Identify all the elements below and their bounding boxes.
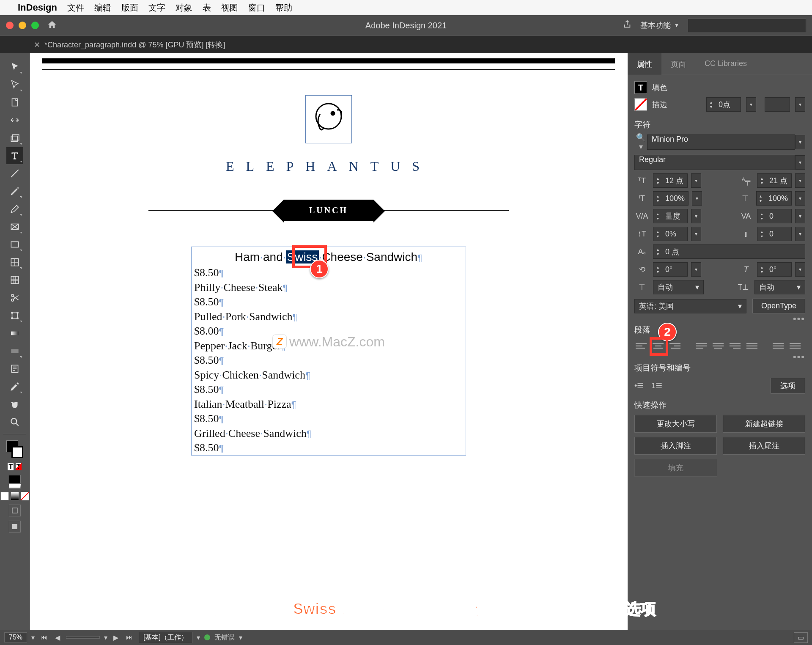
paragraph-style-select[interactable]: [基本]（工作）: [139, 632, 192, 643]
grid-tool-2[interactable]: [6, 272, 23, 288]
fill-button[interactable]: 填充: [634, 459, 717, 477]
rotation-input[interactable]: ▴▾0°: [653, 262, 688, 277]
stroke-weight-dropdown[interactable]: ▾: [746, 97, 756, 112]
tracking-dropdown[interactable]: ▾: [795, 209, 805, 223]
change-case-button[interactable]: 更改大小写: [634, 415, 717, 433]
baseline-input[interactable]: ▴▾0 点: [653, 244, 805, 259]
apply-gradient[interactable]: [11, 492, 19, 500]
stroke-weight-input[interactable]: ▴▾0点: [706, 97, 741, 112]
aki-input[interactable]: ▴▾0: [757, 227, 792, 241]
insert-footnote-button[interactable]: 插入脚注: [634, 437, 717, 455]
pen-tool[interactable]: [6, 183, 23, 200]
view-mode-preview[interactable]: [9, 521, 21, 532]
pencil-tool[interactable]: [6, 200, 23, 217]
align-left-button[interactable]: [634, 340, 648, 351]
align-toward-spine-button[interactable]: [771, 340, 785, 351]
skew-dropdown[interactable]: ▾: [795, 262, 805, 277]
fill-stroke-swatch[interactable]: [9, 440, 21, 464]
font-size-input[interactable]: ▴▾12 点: [653, 173, 688, 188]
first-page-button[interactable]: ⏮: [39, 634, 49, 641]
font-style-dropdown[interactable]: ▾: [795, 155, 805, 170]
language-select[interactable]: 英语: 美国▾: [634, 299, 746, 313]
tab-pages[interactable]: 页面: [661, 53, 695, 75]
menu-table[interactable]: 表: [203, 2, 211, 14]
menu-layout[interactable]: 版面: [121, 2, 138, 14]
help-search-input[interactable]: [688, 19, 806, 32]
zoom-level-select[interactable]: 75%: [4, 632, 27, 642]
bullet-list-button[interactable]: •☰: [634, 381, 644, 390]
rotation-dropdown[interactable]: ▾: [691, 262, 701, 277]
font-search-icon[interactable]: 🔍▾: [634, 133, 647, 151]
app-name[interactable]: InDesign: [18, 2, 57, 13]
align-right-button[interactable]: [668, 340, 682, 351]
next-page-button[interactable]: ▶: [112, 634, 120, 642]
autoh-select[interactable]: 自动▾: [653, 280, 704, 294]
grid-tool[interactable]: [6, 254, 23, 271]
vscale-input[interactable]: ▴▾100%: [653, 191, 689, 206]
scissors-tool[interactable]: [6, 289, 23, 306]
formatting-affects[interactable]: T T: [6, 463, 23, 471]
stroke-swatch[interactable]: [634, 98, 647, 111]
text-frame[interactable]: Ham·and·Swiss·Cheese·Sandwich¶ 1 $8.50¶P…: [191, 247, 466, 456]
document-tab[interactable]: *Character_paragraph.indd @ 75% [GPU 预览]…: [44, 40, 225, 50]
paragraph-more-icon[interactable]: •••: [793, 351, 805, 362]
rectangle-tool[interactable]: [6, 236, 23, 253]
prev-page-button[interactable]: ◀: [53, 634, 62, 642]
applied-swatches[interactable]: [9, 475, 21, 489]
last-page-button[interactable]: ⏭: [124, 634, 134, 641]
apply-none[interactable]: [21, 492, 29, 500]
workspace-switcher[interactable]: 基本功能 ▼: [640, 20, 679, 30]
eyedropper-tool[interactable]: [6, 378, 23, 395]
free-transform-tool[interactable]: [6, 307, 23, 324]
number-list-button[interactable]: 1☰: [651, 381, 662, 390]
justify-right-button[interactable]: [728, 340, 742, 351]
share-icon[interactable]: [623, 19, 632, 31]
kerning-dropdown[interactable]: ▾: [691, 209, 701, 223]
menu-file[interactable]: 文件: [67, 2, 84, 14]
selection-tool[interactable]: [6, 58, 23, 75]
kerning-input[interactable]: ▴▾量度: [653, 209, 688, 223]
justify-left-button[interactable]: [694, 340, 708, 351]
character-more-icon[interactable]: •••: [793, 313, 805, 324]
view-mode-normal[interactable]: [9, 505, 21, 516]
rectangle-frame-tool[interactable]: [6, 218, 23, 235]
hscale-input[interactable]: ▴▾100%: [756, 191, 792, 206]
line-tool[interactable]: [6, 165, 23, 182]
menu-window[interactable]: 窗口: [248, 2, 265, 14]
vscale-dropdown[interactable]: ▾: [692, 191, 702, 206]
leading-dropdown[interactable]: ▾: [795, 173, 805, 188]
page-tool[interactable]: [6, 94, 23, 111]
new-hyperlink-button[interactable]: 新建超链接: [723, 415, 805, 433]
insert-endnote-button[interactable]: 插入尾注: [723, 437, 805, 455]
aki-dropdown[interactable]: ▾: [795, 227, 805, 241]
gradient-swatch-tool[interactable]: [6, 325, 23, 342]
maximize-window-button[interactable]: [31, 22, 39, 29]
view-icon[interactable]: ▭: [794, 632, 808, 643]
stroke-style-dropdown[interactable]: [765, 97, 790, 112]
direct-selection-tool[interactable]: [6, 76, 23, 93]
type-tool[interactable]: [6, 147, 23, 164]
tab-properties[interactable]: 属性: [628, 53, 661, 75]
autov-select[interactable]: 自动▾: [754, 280, 805, 294]
content-collector-tool[interactable]: [6, 129, 23, 146]
fill-swatch[interactable]: T: [634, 81, 647, 94]
font-size-dropdown[interactable]: ▾: [691, 173, 701, 188]
menu-object[interactable]: 对象: [176, 2, 192, 14]
justify-center-button[interactable]: [711, 340, 725, 351]
justify-all-button[interactable]: [745, 340, 759, 351]
close-tab-icon[interactable]: ✕: [34, 40, 40, 49]
hand-tool[interactable]: [6, 396, 23, 413]
minimize-window-button[interactable]: [19, 22, 26, 29]
gradient-feather-tool[interactable]: [6, 343, 23, 360]
zoom-tool[interactable]: [6, 414, 23, 431]
tracking-input[interactable]: ▴▾0: [757, 209, 792, 223]
page-select[interactable]: [66, 636, 100, 639]
close-window-button[interactable]: [6, 22, 14, 29]
menu-view[interactable]: 视图: [221, 2, 238, 14]
document-canvas[interactable]: ELEPHANTUS LUNCH Ham·and·Swiss·Cheese·Sa…: [30, 53, 628, 630]
opentype-button[interactable]: OpenType: [752, 299, 805, 313]
tsume-dropdown[interactable]: ▾: [691, 227, 701, 241]
stroke-style-chevron[interactable]: ▾: [795, 97, 805, 112]
align-away-spine-button[interactable]: [788, 340, 802, 351]
gap-tool[interactable]: [6, 112, 23, 129]
